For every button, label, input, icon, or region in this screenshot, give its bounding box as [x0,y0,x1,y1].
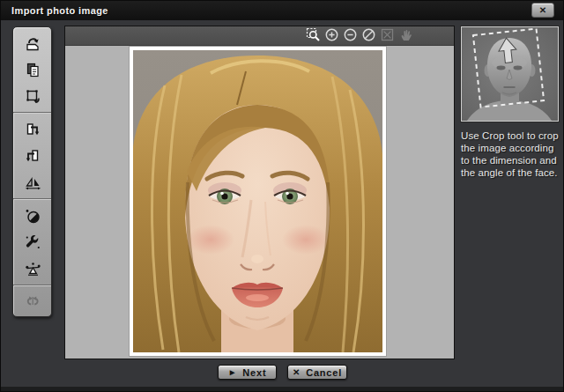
paste-image-icon [24,61,41,78]
close-icon: ✕ [539,5,546,15]
zoom-in-button[interactable] [323,28,339,44]
zoom-off-button[interactable] [360,28,376,44]
next-arrow-icon: ► [228,368,238,377]
marquee-zoom-icon [306,27,321,46]
pan-hand-icon [398,27,413,46]
dialog-bottom-edge [1,387,563,391]
fit-to-window-button[interactable] [379,28,395,44]
window-title: Import photo image [11,5,108,16]
retouch-button[interactable] [13,229,51,255]
titlebar[interactable]: Import photo image ✕ [1,1,563,20]
rotate-left-icon [24,147,41,165]
tool-group-history [13,286,51,316]
imported-photo[interactable] [130,47,386,356]
paste-image-button[interactable] [13,56,51,83]
tool-group-file [13,27,51,112]
left-toolbar [12,26,52,317]
undo-redo-icon [23,292,42,310]
woman-portrait-image [133,50,382,352]
pan-button[interactable] [397,28,413,44]
zoom-in-icon [324,27,339,46]
rotate-right-icon [24,121,41,138]
import-photo-dialog: Import photo image ✕ [0,0,564,392]
fit-to-window-icon [380,27,395,46]
tool-group-adjust [13,200,51,285]
tool-group-transform [13,114,51,198]
flip-horizontal-icon [24,174,41,191]
right-panel: Use Crop tool to crop the image accordin… [461,26,561,179]
crop-instructions: Use Crop tool to crop the image accordin… [461,129,564,179]
rotate-left-button[interactable] [13,143,51,169]
zoom-toolbar [65,26,454,46]
cancel-x-icon: ✕ [293,368,301,377]
marquee-zoom-button[interactable] [305,28,321,44]
cancel-button-label: Cancel [306,367,342,378]
auto-contrast-button[interactable] [13,203,51,229]
rotate-right-button[interactable] [13,116,51,143]
crop-rotate-icon [24,87,41,105]
import-image-icon [24,34,41,52]
color-balance-icon [24,260,41,277]
zoom-out-icon [343,27,358,46]
photo-canvas[interactable] [65,46,454,358]
next-button[interactable]: ► Next [218,365,277,380]
head-crop-guide-preview [461,26,559,122]
import-image-button[interactable] [13,30,51,56]
crop-button[interactable] [13,83,51,109]
cancel-button[interactable]: ✕ Cancel [287,365,347,380]
retouch-wrench-icon [24,233,41,251]
close-button[interactable]: ✕ [531,3,554,18]
auto-contrast-icon [24,207,41,225]
flip-horizontal-button[interactable] [13,169,51,196]
next-button-label: Next [242,367,266,378]
zoom-out-button[interactable] [342,28,358,44]
head-model-image [462,27,558,121]
main-area [64,26,455,359]
color-balance-button[interactable] [13,255,51,282]
undo-redo-button[interactable] [13,288,51,314]
zoom-off-icon [361,27,376,46]
